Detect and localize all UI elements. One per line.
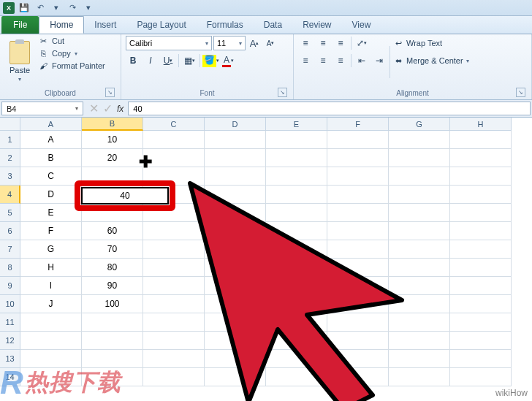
cell-G12[interactable] [389,332,450,350]
orientation-button[interactable]: ⤢▾ [354,36,369,50]
undo-button[interactable]: ↶ [34,1,47,15]
column-header-B[interactable]: B [82,118,143,131]
align-bottom-button[interactable]: ≡ [333,36,348,50]
cell-B2[interactable]: 20 [82,149,143,167]
align-right-button[interactable]: ≡ [333,53,348,68]
cell-F14[interactable] [327,368,389,386]
wrap-text-button[interactable]: ↩ Wrap Text [393,36,469,50]
row-header-6[interactable]: 6 [0,222,20,240]
tab-data[interactable]: Data [254,16,292,34]
cell-E7[interactable] [266,240,327,259]
cell-G10[interactable] [389,295,450,313]
cell-C3[interactable] [143,167,205,186]
cell-C12[interactable] [143,332,205,350]
cell-A2[interactable]: B [20,149,82,167]
row-header-10[interactable]: 10 [0,295,20,313]
cell-H1[interactable] [450,131,512,149]
save-button[interactable]: 💾 [18,1,31,15]
cell-C9[interactable] [143,277,205,295]
cell-E8[interactable] [266,259,327,277]
row-header-11[interactable]: 11 [0,313,20,332]
alignment-launcher[interactable]: ↘ [516,88,525,97]
cell-D13[interactable] [205,350,266,368]
redo-button[interactable]: ↷ [66,1,79,15]
column-header-C[interactable]: C [143,118,205,131]
cell-G3[interactable] [389,167,450,186]
cell-B6[interactable]: 60 [82,222,143,240]
font-color-button[interactable]: A▾ [221,53,235,68]
row-header-7[interactable]: 7 [0,240,20,259]
cell-D12[interactable] [205,332,266,350]
align-middle-button[interactable]: ≡ [316,36,330,50]
tab-formulas[interactable]: Formulas [197,16,254,34]
cell-B4[interactable]: 40 [82,186,143,204]
cell-B12[interactable] [82,332,143,350]
cell-H4[interactable] [450,186,512,204]
cell-H5[interactable] [450,204,512,222]
font-size-combo[interactable]: 11▾ [213,36,246,50]
cell-D10[interactable] [205,295,266,313]
cell-D4[interactable] [205,186,266,204]
borders-button[interactable]: ▦▾ [182,53,197,68]
cell-F10[interactable] [327,295,389,313]
column-header-F[interactable]: F [327,118,389,131]
row-header-5[interactable]: 5 [0,204,20,222]
column-header-E[interactable]: E [266,118,327,131]
cell-C13[interactable] [143,350,205,368]
row-header-9[interactable]: 9 [0,277,20,295]
cell-B8[interactable]: 80 [82,259,143,277]
increase-indent-button[interactable]: ⇥ [372,53,387,68]
column-header-H[interactable]: H [450,118,512,131]
cell-C5[interactable] [143,204,205,222]
cell-F6[interactable] [327,222,389,240]
cell-H10[interactable] [450,295,512,313]
cell-E14[interactable] [266,368,327,386]
cell-H3[interactable] [450,167,512,186]
column-header-G[interactable]: G [389,118,450,131]
tab-file[interactable]: File [1,16,39,34]
cell-E1[interactable] [266,131,327,149]
cell-C1[interactable] [143,131,205,149]
cell-A10[interactable]: J [20,295,82,313]
name-box[interactable]: B4▾ [1,102,83,115]
underline-button[interactable]: U▾ [161,53,175,68]
cell-G4[interactable] [389,186,450,204]
cell-C10[interactable] [143,295,205,313]
cell-G13[interactable] [389,350,450,368]
cell-E13[interactable] [266,350,327,368]
grow-font-button[interactable]: A▴ [247,36,262,50]
merge-center-button[interactable]: ⬌ Merge & Center ▾ [393,53,469,68]
cell-E11[interactable] [266,313,327,332]
row-header-8[interactable]: 8 [0,259,20,277]
row-header-3[interactable]: 3 [0,167,20,186]
cell-G1[interactable] [389,131,450,149]
column-header-D[interactable]: D [205,118,266,131]
decrease-indent-button[interactable]: ⇤ [354,53,369,68]
cell-C11[interactable] [143,313,205,332]
cell-B9[interactable]: 90 [82,277,143,295]
row-header-4[interactable]: 4 [0,186,20,204]
cell-A9[interactable]: I [20,277,82,295]
cell-A6[interactable]: F [20,222,82,240]
tab-page-layout[interactable]: Page Layout [126,16,196,34]
row-header-12[interactable]: 12 [0,332,20,350]
shrink-font-button[interactable]: A▾ [263,36,278,50]
cell-H2[interactable] [450,149,512,167]
cell-C4[interactable] [143,186,205,204]
copy-button[interactable]: ⎘ Copy ▾ [38,48,105,58]
row-header-2[interactable]: 2 [0,149,20,167]
select-all-corner[interactable] [0,118,20,131]
cell-D2[interactable] [205,149,266,167]
cell-E2[interactable] [266,149,327,167]
cell-D8[interactable] [205,259,266,277]
cell-E6[interactable] [266,222,327,240]
cell-E4[interactable] [266,186,327,204]
cell-E3[interactable] [266,167,327,186]
tab-view[interactable]: View [342,16,381,34]
cell-A1[interactable]: A [20,131,82,149]
cell-D6[interactable] [205,222,266,240]
cell-F8[interactable] [327,259,389,277]
cell-C7[interactable] [143,240,205,259]
cell-E10[interactable] [266,295,327,313]
cell-H12[interactable] [450,332,512,350]
